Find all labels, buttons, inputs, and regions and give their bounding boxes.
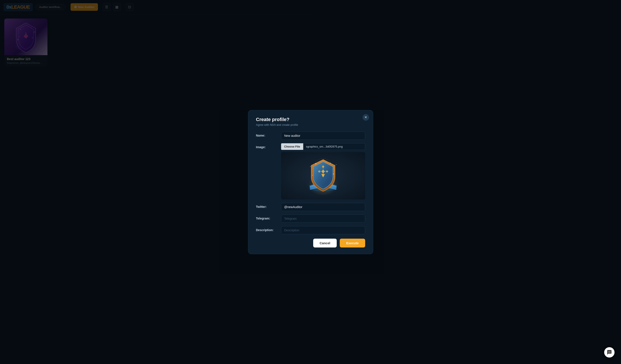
- image-row: Image: Choose File sgraphics_sm...3d0f28…: [256, 143, 311, 182]
- create-profile-modal: ✕ Create profile? Agree with NDA and cre…: [248, 110, 311, 182]
- image-preview: ✦ ✦ ✦ ✦ ✦ ✦: [281, 152, 311, 182]
- file-row: Choose File sgraphics_sm...3d0f2875.png: [281, 143, 311, 150]
- svg-text:✦: ✦: [310, 166, 311, 167]
- preview-badge: ✦ ✦ ✦ ✦ ✦ ✦: [304, 154, 311, 182]
- modal-overlay: ✕ Create profile? Agree with NDA and cre…: [0, 0, 310, 182]
- name-input[interactable]: [281, 132, 311, 140]
- image-section: Choose File sgraphics_sm...3d0f2875.png: [281, 143, 311, 182]
- image-label: Image:: [256, 143, 278, 149]
- svg-point-7: [306, 169, 311, 182]
- choose-file-button[interactable]: Choose File: [281, 143, 304, 150]
- modal-subtitle: Agree with NDA and create profile: [256, 123, 311, 127]
- name-row: Name:: [256, 132, 311, 140]
- file-name: sgraphics_sm...3d0f2875.png: [303, 143, 310, 150]
- modal-title: Create profile?: [256, 117, 311, 122]
- name-label: Name:: [256, 132, 278, 137]
